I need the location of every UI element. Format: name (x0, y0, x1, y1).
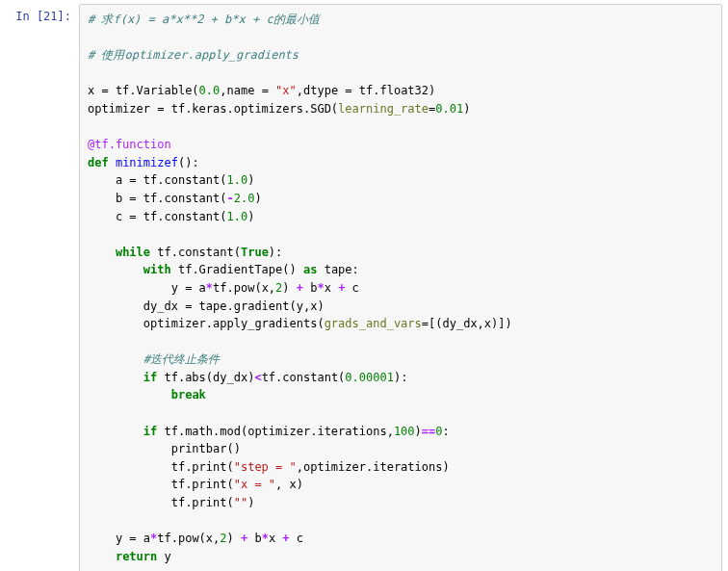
decorator: @tf.function (88, 138, 171, 151)
code-content: # 求f(x) = a*x**2 + b*x + c的最小值 # 使用optim… (88, 11, 714, 571)
comment-line: #迭代终止条件 (88, 352, 220, 366)
notebook-cell: In [21]: # 求f(x) = a*x**2 + b*x + c的最小值 … (0, 0, 728, 571)
code-input-area[interactable]: # 求f(x) = a*x**2 + b*x + c的最小值 # 使用optim… (79, 4, 722, 571)
comment-line: # 求f(x) = a*x**2 + b*x + c的最小值 (88, 13, 320, 26)
comment-line: # 使用optimizer.apply_gradients (88, 48, 299, 62)
input-prompt: In [21]: (6, 4, 79, 23)
